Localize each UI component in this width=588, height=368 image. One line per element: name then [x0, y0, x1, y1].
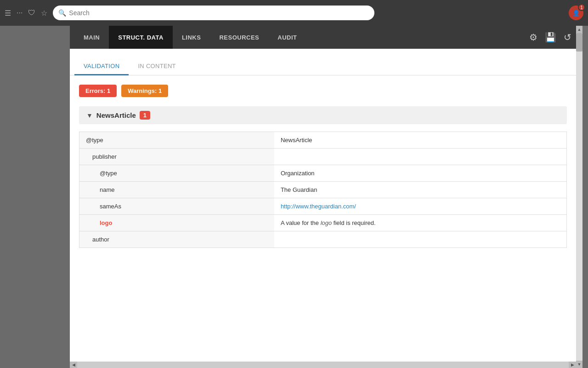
nav-actions: ⚙ 💾 ↺	[529, 32, 571, 43]
right-spacer	[582, 26, 588, 368]
tab-struct-data[interactable]: STRUCT. DATA	[109, 26, 173, 49]
article-section-title: NewsArticle	[96, 111, 136, 119]
browser-chrome: ☰ ··· 🛡 ☆ 🔍 👤 1	[0, 0, 588, 26]
tab-validation[interactable]: VALIDATION	[74, 58, 129, 75]
nav-tabs: MAIN STRUCT. DATA LINKS RESOURCES AUDIT	[74, 26, 529, 49]
settings-button[interactable]: ⚙	[529, 32, 537, 43]
sub-tabs: VALIDATION IN CONTENT	[70, 49, 576, 75]
field-pub-type: @type	[79, 165, 274, 182]
scroll-right-arrow[interactable]: ▶	[569, 362, 576, 368]
validation-content: Errors: 1 Warnings: 1 ▼ NewsArticle 1 @t…	[70, 75, 576, 257]
scroll-left-arrow[interactable]: ◀	[70, 362, 77, 368]
value-pub-type: Organization	[274, 165, 567, 182]
data-table: @type NewsArticle publisher @type Organi…	[79, 132, 567, 248]
table-row: @type Organization	[79, 165, 567, 182]
table-row: @type NewsArticle	[79, 132, 567, 149]
field-author: author	[79, 231, 274, 248]
tab-links[interactable]: LINKS	[173, 26, 210, 49]
search-icon: 🔍	[58, 9, 66, 17]
news-article-section[interactable]: ▼ NewsArticle 1	[79, 106, 567, 124]
browser-right: 👤 1	[569, 6, 583, 20]
scroll-up-arrow[interactable]: ▲	[576, 26, 582, 33]
bottom-scrollbar: ◀ ▶	[70, 362, 576, 368]
more-icon[interactable]: ···	[17, 9, 23, 17]
value-publisher	[274, 149, 567, 165]
scrollbar-track[interactable]	[576, 33, 582, 361]
main-wrapper: MAIN STRUCT. DATA LINKS RESOURCES AUDIT …	[0, 26, 588, 368]
profile-button[interactable]: 👤 1	[569, 6, 583, 20]
chevron-down-icon: ▼	[86, 112, 93, 119]
browser-left-icons: ☰ ··· 🛡 ☆	[5, 9, 47, 17]
tab-in-content[interactable]: IN CONTENT	[129, 58, 185, 75]
tab-main[interactable]: MAIN	[74, 26, 109, 49]
field-name: name	[79, 182, 274, 198]
value-type: NewsArticle	[274, 132, 567, 149]
field-logo: logo	[79, 215, 274, 231]
field-publisher: publisher	[79, 149, 274, 165]
scroll-down-arrow[interactable]: ▼	[576, 361, 582, 368]
field-type: @type	[79, 132, 274, 149]
value-logo: A value for the logo field is required.	[274, 215, 567, 231]
tab-content: VALIDATION IN CONTENT Errors: 1 Warnings…	[70, 49, 576, 362]
tab-resources[interactable]: RESOURCES	[210, 26, 268, 49]
content-panel: MAIN STRUCT. DATA LINKS RESOURCES AUDIT …	[70, 26, 576, 368]
errors-badge[interactable]: Errors: 1	[79, 85, 117, 97]
table-row: author	[79, 231, 567, 248]
sameas-link[interactable]: http://www.theguardian.com/	[281, 203, 356, 210]
search-bar[interactable]: 🔍	[53, 6, 374, 20]
table-row: name The Guardian	[79, 182, 567, 198]
value-sameas: http://www.theguardian.com/	[274, 198, 567, 215]
table-row: sameAs http://www.theguardian.com/	[79, 198, 567, 215]
save-button[interactable]: 💾	[545, 32, 556, 43]
notification-badge: 1	[578, 4, 585, 11]
warnings-badge[interactable]: Warnings: 1	[121, 85, 168, 97]
right-scrollbar: ▲ ▼	[576, 26, 582, 368]
value-author	[274, 231, 567, 248]
article-count-badge: 1	[140, 111, 150, 120]
star-icon[interactable]: ☆	[41, 9, 47, 17]
scrollbar-thumb[interactable]	[576, 33, 582, 52]
refresh-button[interactable]: ↺	[564, 32, 571, 43]
search-input[interactable]	[69, 9, 369, 17]
profile-icon: 👤	[572, 10, 580, 17]
table-row: publisher	[79, 149, 567, 165]
left-spacer	[0, 26, 70, 368]
field-sameas: sameAs	[79, 198, 274, 215]
menu-icon[interactable]: ☰	[5, 9, 11, 17]
badges-row: Errors: 1 Warnings: 1	[79, 85, 567, 97]
table-row: logo A value for the logo field is requi…	[79, 215, 567, 231]
tab-audit[interactable]: AUDIT	[268, 26, 306, 49]
value-name: The Guardian	[274, 182, 567, 198]
shield-icon[interactable]: 🛡	[28, 9, 35, 17]
top-nav: MAIN STRUCT. DATA LINKS RESOURCES AUDIT …	[70, 26, 576, 49]
